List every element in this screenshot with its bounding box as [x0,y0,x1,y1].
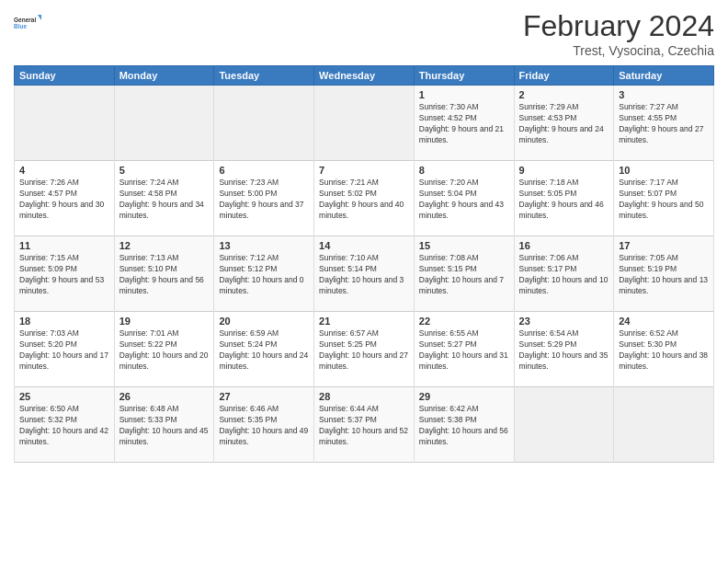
day-info: Sunrise: 6:52 AMSunset: 5:30 PMDaylight:… [619,328,709,373]
header-friday: Friday [514,66,614,86]
calendar-cell: 16Sunrise: 7:06 AMSunset: 5:17 PMDayligh… [514,236,614,312]
day-info: Sunrise: 7:29 AMSunset: 4:53 PMDaylight:… [519,102,609,146]
day-number: 23 [519,316,609,327]
calendar-cell: 8Sunrise: 7:20 AMSunset: 5:04 PMDaylight… [414,161,514,236]
day-info: Sunrise: 7:12 AMSunset: 5:12 PMDaylight:… [219,253,309,297]
calendar-cell: 11Sunrise: 7:15 AMSunset: 5:09 PMDayligh… [15,236,115,312]
calendar-cell: 4Sunrise: 7:26 AMSunset: 4:57 PMDaylight… [15,161,115,236]
day-info: Sunrise: 6:54 AMSunset: 5:29 PMDaylight:… [519,328,609,373]
calendar-cell: 19Sunrise: 7:01 AMSunset: 5:22 PMDayligh… [114,312,214,387]
calendar-cell: 18Sunrise: 7:03 AMSunset: 5:20 PMDayligh… [15,312,115,387]
day-info: Sunrise: 7:18 AMSunset: 5:05 PMDaylight:… [519,178,609,222]
day-info: Sunrise: 6:59 AMSunset: 5:24 PMDaylight:… [219,328,309,373]
page: General Blue February 2024 Trest, Vysoci… [0,0,728,563]
calendar-cell: 5Sunrise: 7:24 AMSunset: 4:58 PMDaylight… [114,161,214,236]
calendar-row-4: 25Sunrise: 6:50 AMSunset: 5:32 PMDayligh… [15,387,714,463]
calendar-cell: 29Sunrise: 6:42 AMSunset: 5:38 PMDayligh… [414,387,514,463]
calendar-row-2: 11Sunrise: 7:15 AMSunset: 5:09 PMDayligh… [15,236,714,312]
calendar-cell: 14Sunrise: 7:10 AMSunset: 5:14 PMDayligh… [314,236,415,312]
calendar-row-1: 4Sunrise: 7:26 AMSunset: 4:57 PMDaylight… [15,161,714,236]
day-number: 18 [19,316,109,327]
day-info: Sunrise: 7:13 AMSunset: 5:10 PMDaylight:… [119,253,210,297]
day-number: 1 [419,89,509,100]
day-number: 7 [319,165,409,176]
day-number: 27 [219,391,309,402]
calendar-cell: 2Sunrise: 7:29 AMSunset: 4:53 PMDaylight… [514,86,614,161]
day-number: 19 [119,316,210,327]
day-number: 3 [619,89,709,100]
day-info: Sunrise: 7:15 AMSunset: 5:09 PMDaylight:… [19,253,109,297]
calendar-row-3: 18Sunrise: 7:03 AMSunset: 5:20 PMDayligh… [15,312,714,387]
day-number: 21 [319,316,409,327]
svg-text:Blue: Blue [14,23,27,29]
day-info: Sunrise: 6:42 AMSunset: 5:38 PMDaylight:… [419,404,509,448]
day-number: 9 [519,165,609,176]
calendar-cell: 26Sunrise: 6:48 AMSunset: 5:33 PMDayligh… [114,387,214,463]
day-info: Sunrise: 7:26 AMSunset: 4:57 PMDaylight:… [19,178,109,222]
day-info: Sunrise: 7:10 AMSunset: 5:14 PMDaylight:… [319,253,409,297]
day-number: 22 [419,316,509,327]
day-info: Sunrise: 6:46 AMSunset: 5:35 PMDaylight:… [219,404,309,448]
calendar-cell: 22Sunrise: 6:55 AMSunset: 5:27 PMDayligh… [414,312,514,387]
day-info: Sunrise: 6:48 AMSunset: 5:33 PMDaylight:… [119,404,210,448]
calendar-cell: 13Sunrise: 7:12 AMSunset: 5:12 PMDayligh… [214,236,314,312]
calendar-table: Sunday Monday Tuesday Wednesday Thursday… [14,65,714,463]
day-number: 5 [119,165,210,176]
day-info: Sunrise: 7:27 AMSunset: 4:55 PMDaylight:… [619,102,709,146]
header-saturday: Saturday [614,66,714,86]
calendar-header: Sunday Monday Tuesday Wednesday Thursday… [15,66,714,86]
calendar-cell [114,86,214,161]
calendar-cell: 23Sunrise: 6:54 AMSunset: 5:29 PMDayligh… [514,312,614,387]
header: General Blue February 2024 Trest, Vysoci… [14,9,714,58]
day-number: 26 [119,391,210,402]
day-number: 12 [119,240,210,251]
calendar-cell: 7Sunrise: 7:21 AMSunset: 5:02 PMDaylight… [314,161,415,236]
day-info: Sunrise: 7:20 AMSunset: 5:04 PMDaylight:… [419,178,509,222]
title-block: February 2024 Trest, Vysocina, Czechia [523,9,714,58]
calendar-cell: 21Sunrise: 6:57 AMSunset: 5:25 PMDayligh… [314,312,415,387]
calendar-cell: 10Sunrise: 7:17 AMSunset: 5:07 PMDayligh… [614,161,714,236]
header-monday: Monday [114,66,214,86]
day-number: 2 [519,89,609,100]
calendar-cell: 9Sunrise: 7:18 AMSunset: 5:05 PMDaylight… [514,161,614,236]
logo: General Blue [14,9,41,37]
day-number: 14 [319,240,409,251]
day-info: Sunrise: 6:44 AMSunset: 5:37 PMDaylight:… [319,404,409,448]
day-info: Sunrise: 7:05 AMSunset: 5:19 PMDaylight:… [619,253,709,297]
header-row: Sunday Monday Tuesday Wednesday Thursday… [15,66,714,86]
header-thursday: Thursday [414,66,514,86]
day-number: 20 [219,316,309,327]
calendar-title: February 2024 [523,9,714,43]
day-number: 11 [19,240,109,251]
day-number: 8 [419,165,509,176]
header-sunday: Sunday [15,66,115,86]
calendar-cell: 27Sunrise: 6:46 AMSunset: 5:35 PMDayligh… [214,387,314,463]
calendar-body: 1Sunrise: 7:30 AMSunset: 4:52 PMDaylight… [15,86,714,463]
calendar-cell: 6Sunrise: 7:23 AMSunset: 5:00 PMDaylight… [214,161,314,236]
day-number: 4 [19,165,109,176]
calendar-cell: 20Sunrise: 6:59 AMSunset: 5:24 PMDayligh… [214,312,314,387]
calendar-cell [514,387,614,463]
day-info: Sunrise: 6:55 AMSunset: 5:27 PMDaylight:… [419,328,509,373]
day-info: Sunrise: 6:57 AMSunset: 5:25 PMDaylight:… [319,328,409,373]
day-number: 17 [619,240,709,251]
svg-text:General: General [14,17,36,23]
day-number: 28 [319,391,409,402]
calendar-row-0: 1Sunrise: 7:30 AMSunset: 4:52 PMDaylight… [15,86,714,161]
calendar-cell [314,86,415,161]
logo-svg: General Blue [14,9,41,37]
calendar-cell: 17Sunrise: 7:05 AMSunset: 5:19 PMDayligh… [614,236,714,312]
day-number: 25 [19,391,109,402]
day-info: Sunrise: 7:17 AMSunset: 5:07 PMDaylight:… [619,178,709,222]
day-number: 13 [219,240,309,251]
day-info: Sunrise: 6:50 AMSunset: 5:32 PMDaylight:… [19,404,109,448]
calendar-cell: 12Sunrise: 7:13 AMSunset: 5:10 PMDayligh… [114,236,214,312]
day-info: Sunrise: 7:23 AMSunset: 5:00 PMDaylight:… [219,178,309,222]
day-number: 16 [519,240,609,251]
calendar-cell: 28Sunrise: 6:44 AMSunset: 5:37 PMDayligh… [314,387,415,463]
calendar-cell: 3Sunrise: 7:27 AMSunset: 4:55 PMDaylight… [614,86,714,161]
calendar-cell: 24Sunrise: 6:52 AMSunset: 5:30 PMDayligh… [614,312,714,387]
calendar-cell: 1Sunrise: 7:30 AMSunset: 4:52 PMDaylight… [414,86,514,161]
calendar-cell: 25Sunrise: 6:50 AMSunset: 5:32 PMDayligh… [15,387,115,463]
day-number: 10 [619,165,709,176]
